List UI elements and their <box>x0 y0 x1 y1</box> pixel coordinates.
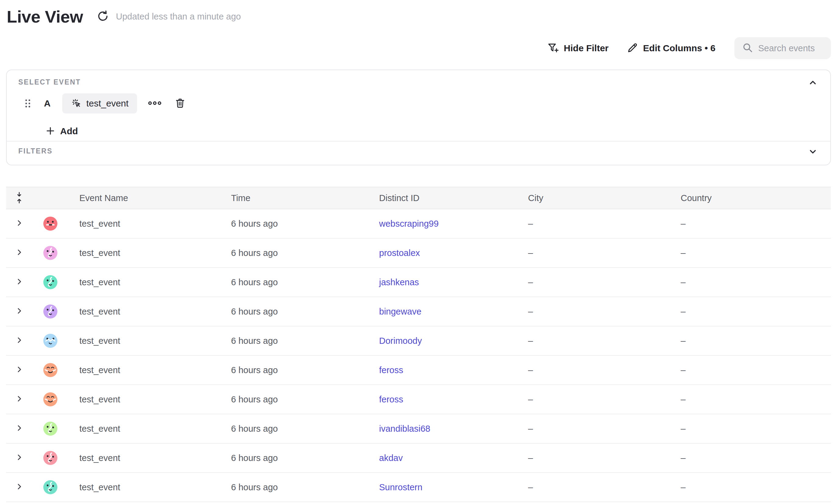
chevron-right-icon[interactable] <box>15 306 24 317</box>
refresh-icon <box>96 10 109 24</box>
expand-filters-button[interactable] <box>808 146 818 158</box>
column-header-distinct-id[interactable]: Distinct ID <box>379 193 528 203</box>
collapse-all-rows-button[interactable] <box>6 192 32 205</box>
plus-icon <box>45 126 55 137</box>
table-row[interactable]: test_event 6 hours ago Sunrostern – – <box>6 473 831 502</box>
cell-time: 6 hours ago <box>231 482 379 492</box>
cell-city: – <box>528 336 681 346</box>
cell-city: – <box>528 248 681 258</box>
chevron-right-icon[interactable] <box>15 424 24 434</box>
distinct-id-link[interactable]: bingewave <box>379 307 421 317</box>
avatar <box>43 451 57 465</box>
cell-country: – <box>681 424 831 434</box>
table-row[interactable]: test_event 6 hours ago bingewave – – <box>6 297 831 326</box>
column-header-time[interactable]: Time <box>231 193 379 203</box>
avatar <box>43 275 57 289</box>
cell-time: 6 hours ago <box>231 336 379 346</box>
cell-time: 6 hours ago <box>231 424 379 434</box>
chevron-right-icon[interactable] <box>15 218 24 229</box>
column-header-event-name[interactable]: Event Name <box>68 193 231 203</box>
column-header-city[interactable]: City <box>528 193 681 203</box>
table-row[interactable]: test_event 6 hours ago akdav – – <box>6 444 831 473</box>
cell-city: – <box>528 424 681 434</box>
selected-event-name: test_event <box>86 98 128 109</box>
cell-time: 6 hours ago <box>231 219 379 229</box>
avatar <box>43 334 57 348</box>
distinct-id-link[interactable]: webscraping99 <box>379 219 439 229</box>
event-row-letter: A <box>44 98 51 109</box>
chevron-up-icon <box>808 77 818 89</box>
add-event-button[interactable]: Add <box>45 123 78 140</box>
table-row[interactable]: test_event 6 hours ago ivandiblasi68 – – <box>6 414 831 444</box>
chevron-right-icon[interactable] <box>15 336 24 346</box>
distinct-id-link[interactable]: Sunrostern <box>379 482 422 492</box>
cell-country: – <box>681 365 831 375</box>
distinct-id-link[interactable]: feross <box>379 395 403 404</box>
cell-event-name: test_event <box>68 277 231 287</box>
table-row[interactable]: test_event 6 hours ago prostoalex – – <box>6 238 831 268</box>
filter-add-icon <box>547 42 559 55</box>
panel-divider <box>7 141 830 142</box>
chevron-right-icon[interactable] <box>15 453 24 463</box>
edit-columns-label: Edit Columns • 6 <box>643 43 716 53</box>
cell-country: – <box>681 395 831 404</box>
avatar <box>43 363 57 377</box>
cursor-click-icon <box>71 97 82 109</box>
table-row[interactable]: test_event 6 hours ago Dorimoody – – <box>6 326 831 356</box>
distinct-id-link[interactable]: jashkenas <box>379 277 419 287</box>
distinct-id-link[interactable]: Dorimoody <box>379 336 422 346</box>
edit-columns-button[interactable]: Edit Columns • 6 <box>626 42 716 55</box>
cell-city: – <box>528 307 681 317</box>
page-title: Live View <box>7 7 83 26</box>
drag-handle-icon[interactable] <box>24 98 31 109</box>
avatar <box>43 217 57 231</box>
hide-filter-button[interactable]: Hide Filter <box>547 42 609 55</box>
distinct-id-link[interactable]: akdav <box>379 453 403 463</box>
chevron-right-icon[interactable] <box>15 365 24 375</box>
cell-city: – <box>528 395 681 404</box>
avatar <box>43 392 57 407</box>
cell-event-name: test_event <box>68 219 231 229</box>
distinct-id-link[interactable]: feross <box>379 365 403 375</box>
avatar <box>43 421 57 436</box>
event-selector-chip[interactable]: test_event <box>62 93 137 113</box>
search-box[interactable] <box>734 37 831 59</box>
query-builder-panel: SELECT EVENT A test_event <box>6 70 831 165</box>
cell-event-name: test_event <box>68 336 231 346</box>
cell-event-name: test_event <box>68 424 231 434</box>
edit-icon <box>626 42 638 55</box>
chevron-right-icon[interactable] <box>15 394 24 404</box>
cell-city: – <box>528 219 681 229</box>
collapse-rows-icon <box>15 192 24 205</box>
filters-section-label: FILTERS <box>18 147 52 155</box>
distinct-id-link[interactable]: ivandiblasi68 <box>379 424 431 433</box>
collapse-select-event-button[interactable] <box>808 77 818 89</box>
cell-event-name: test_event <box>68 365 231 375</box>
distinct-id-link[interactable]: prostoalex <box>379 248 420 258</box>
table-row[interactable]: test_event 6 hours ago feross – – <box>6 385 831 414</box>
table-row[interactable]: test_event 6 hours ago jashkenas – – <box>6 268 831 297</box>
event-more-options-button[interactable] <box>146 99 163 108</box>
table-row[interactable]: test_event 6 hours ago webscraping99 – – <box>6 209 831 238</box>
cell-event-name: test_event <box>68 248 231 258</box>
search-icon <box>742 42 753 55</box>
avatar <box>43 246 57 260</box>
refresh-button[interactable] <box>96 10 110 24</box>
cell-country: – <box>681 307 831 317</box>
chevron-right-icon[interactable] <box>15 248 24 258</box>
select-event-section-label: SELECT EVENT <box>18 78 81 86</box>
cell-city: – <box>528 453 681 463</box>
search-input[interactable] <box>758 43 825 53</box>
cell-time: 6 hours ago <box>231 365 379 375</box>
table-row[interactable]: test_event 6 hours ago feross – – <box>6 356 831 385</box>
events-table: Event Name Time Distinct ID City Country… <box>6 187 831 502</box>
column-header-country[interactable]: Country <box>681 193 831 203</box>
event-delete-button[interactable] <box>174 97 186 110</box>
cell-country: – <box>681 482 831 492</box>
chevron-right-icon[interactable] <box>15 482 24 492</box>
cell-time: 6 hours ago <box>231 395 379 404</box>
trash-icon <box>174 97 186 110</box>
table-body: test_event 6 hours ago webscraping99 – –… <box>6 209 831 502</box>
chevron-right-icon[interactable] <box>15 277 24 287</box>
cell-country: – <box>681 248 831 258</box>
